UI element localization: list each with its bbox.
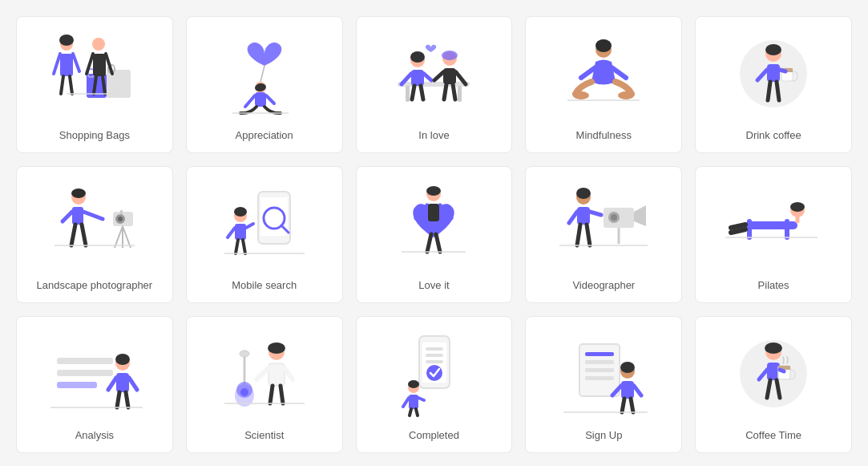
card-label: Landscape photographer — [37, 279, 153, 291]
card-shopping-bags[interactable]: Shopping Bags — [16, 16, 173, 153]
svg-line-82 — [246, 224, 253, 228]
svg-rect-101 — [577, 207, 590, 225]
svg-rect-21 — [255, 92, 266, 107]
svg-line-63 — [115, 226, 123, 248]
card-coffee-time[interactable]: Coffee Time — [695, 316, 852, 453]
svg-point-168 — [765, 342, 782, 354]
svg-rect-62 — [120, 210, 123, 214]
card-sign-up[interactable]: Sign Up — [525, 316, 682, 453]
svg-rect-148 — [409, 395, 418, 409]
card-drink-coffee[interactable]: Drink coffee — [695, 16, 852, 153]
svg-line-58 — [777, 82, 779, 100]
card-analysis[interactable]: Analysis — [16, 316, 173, 453]
svg-line-113 — [731, 225, 745, 228]
svg-line-81 — [228, 228, 235, 237]
svg-rect-117 — [57, 370, 113, 376]
card-appreciation[interactable]: Appreciation — [186, 16, 343, 153]
card-label: Coffee Time — [745, 429, 801, 441]
svg-marker-95 — [634, 205, 646, 226]
svg-point-120 — [115, 354, 130, 365]
svg-rect-121 — [116, 373, 129, 392]
svg-line-105 — [587, 225, 590, 245]
card-in-love[interactable]: In love — [356, 16, 513, 153]
svg-line-23 — [266, 95, 274, 103]
svg-line-57 — [768, 82, 770, 100]
svg-line-70 — [63, 212, 72, 221]
card-completed[interactable]: Completed — [356, 316, 513, 453]
svg-rect-12 — [93, 54, 106, 76]
svg-line-72 — [82, 225, 86, 245]
svg-line-18 — [260, 66, 264, 82]
illustration-shopping-bags — [26, 30, 163, 118]
illustration-videographer — [535, 180, 672, 268]
svg-rect-68 — [72, 207, 83, 225]
svg-rect-155 — [585, 360, 614, 364]
card-label: Mindfulness — [576, 129, 632, 141]
svg-point-159 — [620, 362, 635, 373]
svg-line-65 — [123, 226, 131, 248]
svg-line-133 — [256, 368, 268, 379]
svg-line-162 — [634, 386, 641, 395]
svg-line-103 — [569, 212, 577, 223]
svg-point-87 — [426, 186, 441, 196]
illustration-coffee-time — [705, 330, 842, 418]
svg-line-151 — [410, 409, 411, 415]
svg-line-9 — [70, 76, 72, 94]
illustration-mindfulness — [535, 30, 672, 118]
card-label: Love it — [418, 279, 449, 291]
svg-point-138 — [240, 388, 248, 396]
svg-point-44 — [573, 91, 589, 99]
svg-rect-109 — [745, 221, 797, 229]
svg-point-100 — [576, 188, 591, 199]
svg-line-32 — [424, 74, 431, 80]
card-scientist[interactable]: Scientist — [186, 316, 343, 453]
svg-line-92 — [436, 234, 440, 252]
card-label: In love — [418, 129, 449, 141]
svg-line-13 — [87, 54, 93, 74]
card-videographer[interactable]: Videographer — [525, 166, 682, 303]
svg-point-108 — [790, 202, 805, 212]
svg-rect-142 — [426, 347, 443, 351]
svg-line-136 — [281, 386, 283, 403]
svg-rect-116 — [57, 358, 113, 364]
card-mindfulness[interactable]: Mindfulness — [525, 16, 682, 153]
svg-line-125 — [126, 392, 128, 407]
svg-line-135 — [270, 386, 273, 403]
svg-point-45 — [618, 91, 634, 99]
svg-point-131 — [268, 342, 285, 354]
svg-rect-26 — [406, 86, 410, 102]
svg-rect-90 — [428, 204, 439, 221]
card-label: Sign Up — [585, 429, 622, 441]
svg-point-145 — [426, 365, 442, 381]
svg-line-40 — [444, 84, 446, 99]
card-love-it[interactable]: Love it — [356, 166, 513, 303]
card-pilates[interactable]: Pilates — [695, 166, 852, 303]
svg-point-129 — [240, 351, 249, 357]
illustration-grid: Shopping Bags Appreciation — [16, 16, 852, 453]
svg-point-51 — [765, 44, 781, 55]
card-landscape-photographer[interactable]: Landscape photographer — [16, 166, 173, 303]
card-label: Drink coffee — [746, 129, 801, 141]
illustration-love-it — [366, 180, 503, 268]
svg-line-123 — [129, 378, 137, 390]
svg-point-61 — [118, 217, 123, 221]
svg-point-147 — [408, 380, 419, 388]
svg-rect-143 — [426, 354, 443, 357]
svg-line-104 — [577, 225, 580, 245]
svg-point-43 — [595, 39, 612, 52]
svg-rect-37 — [443, 68, 456, 84]
card-label: Pilates — [758, 279, 789, 291]
svg-rect-144 — [426, 360, 443, 363]
illustration-appreciation — [196, 30, 333, 118]
svg-line-6 — [54, 54, 60, 74]
svg-rect-160 — [621, 381, 634, 399]
illustration-analysis — [26, 330, 163, 418]
card-mobile-search[interactable]: Mobile search — [186, 166, 343, 303]
svg-point-10 — [59, 34, 74, 46]
svg-line-8 — [61, 76, 63, 94]
svg-line-55 — [780, 70, 785, 71]
svg-line-114 — [731, 229, 745, 233]
svg-line-149 — [403, 398, 409, 407]
svg-line-84 — [243, 240, 245, 253]
illustration-mobile-search — [196, 180, 333, 268]
